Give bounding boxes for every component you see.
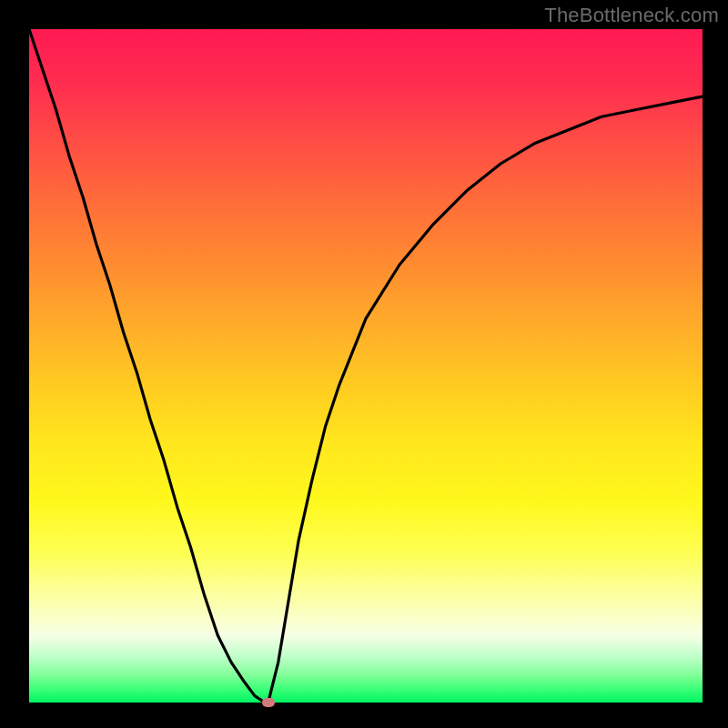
watermark-label: TheBottleneck.com: [544, 4, 719, 27]
chart-frame: TheBottleneck.com: [0, 0, 728, 728]
minimum-marker: [262, 698, 275, 707]
bottleneck-curve: [29, 29, 703, 703]
plot-area: [29, 29, 703, 703]
